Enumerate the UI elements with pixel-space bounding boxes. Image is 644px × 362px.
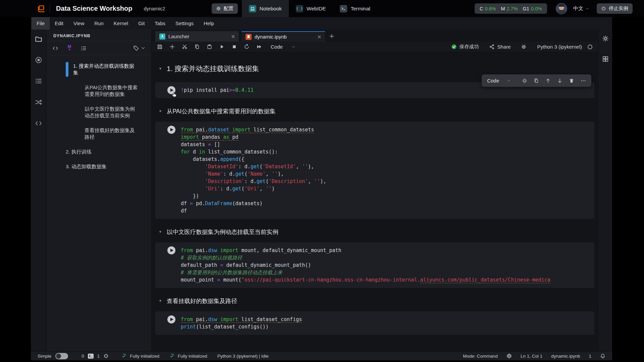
memory-usage: 2.7% — [507, 6, 518, 11]
check-init-icon — [169, 353, 175, 359]
outline-item[interactable]: 2. 执行训练 — [46, 148, 151, 155]
runall-icon[interactable] — [256, 44, 262, 50]
section-heading[interactable]: ▼查看挂载好的数据集及路径 — [155, 297, 594, 305]
settings-gear-icon[interactable] — [602, 35, 609, 42]
cell-code[interactable]: from pai.dataset import list_common_data… — [181, 126, 589, 215]
kernel-status-icon — [587, 44, 593, 50]
restart-icon[interactable] — [244, 44, 250, 50]
save-icon[interactable] — [157, 44, 163, 50]
power-icon — [601, 6, 606, 11]
cut-icon[interactable] — [182, 44, 187, 50]
cursor-position[interactable]: Ln 1, Col 1 — [521, 354, 542, 359]
chevron-down-icon[interactable] — [141, 46, 145, 50]
section-heading[interactable]: ▼以中文医疗数据集为例动态挂载至当前实例 — [155, 228, 594, 236]
trash-icon[interactable] — [569, 78, 574, 83]
share-button[interactable]: Share — [489, 44, 511, 50]
statusbar-filename: dynamic.ipynb — [551, 354, 580, 359]
menu-settings[interactable]: Settings — [170, 17, 199, 29]
dots-icon[interactable] — [581, 78, 586, 83]
running-icon[interactable] — [35, 56, 42, 64]
statusbar-right: Mode: Command Ln 1, Col 1 dynamic.ipynb … — [463, 353, 605, 359]
nav-tab-webide[interactable]: { } WebIDE — [289, 0, 333, 17]
arrowdown-icon[interactable] — [557, 78, 562, 83]
cell-type-label[interactable]: Code — [487, 78, 499, 83]
nav-tab-terminal[interactable]: Terminal — [333, 0, 377, 17]
simple-mode-toggle[interactable] — [55, 353, 68, 359]
globe-icon[interactable] — [506, 353, 512, 359]
run-cell-button[interactable] — [167, 246, 175, 254]
init-status-2: Fully initialized — [169, 353, 207, 359]
chevron-down-icon[interactable] — [507, 79, 511, 83]
collapse-icon[interactable] — [522, 78, 527, 83]
outline-item[interactable]: 3. 动态卸载数据集 — [46, 163, 151, 170]
collapse-triangle-icon[interactable]: ▼ — [159, 64, 163, 74]
code-cell[interactable]: from pai.dsw import list_dataset_configs… — [155, 311, 594, 335]
terminal-badge-icon[interactable]: $_ — [88, 354, 94, 359]
outline-item[interactable]: 1. 搜索并动态挂载训练数据集 — [46, 63, 151, 76]
folder-icon[interactable] — [35, 35, 42, 43]
tag-icon[interactable] — [133, 45, 139, 51]
play-icon[interactable] — [219, 44, 225, 50]
check-init-icon — [121, 353, 127, 359]
stopsq-icon[interactable] — [231, 44, 237, 50]
widgets-grid-icon[interactable] — [602, 56, 609, 62]
code-icon[interactable] — [35, 120, 42, 127]
code-view-icon[interactable] — [52, 45, 58, 51]
bell-icon[interactable] — [600, 353, 605, 359]
menu-kernel[interactable]: Kernel — [109, 17, 133, 29]
nav-tab-notebook[interactable]: Notebook — [242, 0, 289, 17]
close-icon[interactable] — [231, 34, 235, 39]
menu-help[interactable]: Help — [199, 17, 219, 29]
menu-edit[interactable]: Edit — [50, 17, 68, 29]
section-heading[interactable]: ▼1. 搜索并动态挂载训练数据集 — [155, 64, 594, 74]
tab-launcher[interactable]: Launcher — [155, 31, 239, 42]
chip-icon[interactable] — [103, 353, 109, 359]
app-title: Data Science Workshop — [56, 5, 132, 12]
language-selector[interactable]: 中文 — [573, 5, 589, 12]
save-status: 保存成功 — [451, 44, 479, 50]
arrowup-icon[interactable] — [545, 78, 551, 83]
kernels-count: 1 — [97, 354, 100, 359]
hand-cursor-icon — [171, 91, 177, 98]
collapse-triangle-icon[interactable]: ▼ — [159, 107, 163, 116]
kernel-name[interactable]: Python 3 (ipykernel) — [537, 44, 582, 50]
shuffle-icon[interactable] — [35, 99, 42, 106]
menu-git[interactable]: Git — [133, 17, 150, 29]
cell-code[interactable]: !pip install pai>=0.4.11 — [181, 86, 589, 94]
outline-item[interactable]: 查看挂载好的数据集及路径 — [46, 127, 151, 140]
new-tab-button[interactable] — [329, 34, 334, 39]
code-cell[interactable]: from pai.dsw import mount, default_dynam… — [155, 242, 594, 288]
markdown-icon[interactable]: M▼ — [66, 45, 72, 51]
copy-icon[interactable] — [534, 78, 539, 83]
toc-icon[interactable] — [35, 77, 42, 85]
close-icon[interactable] — [317, 35, 322, 39]
menu-view[interactable]: View — [68, 17, 89, 29]
numbered-list-icon[interactable]: 123 — [80, 45, 87, 51]
cell-code[interactable]: from pai.dsw import mount, default_dynam… — [181, 247, 589, 284]
debugger-bug-icon[interactable] — [521, 44, 527, 50]
collapse-triangle-icon[interactable]: ▼ — [159, 228, 163, 236]
menu-tabs[interactable]: Tabs — [150, 17, 170, 29]
config-button[interactable]: 配置 — [212, 3, 238, 14]
menu-file[interactable]: File — [32, 17, 50, 29]
collapse-triangle-icon[interactable]: ▼ — [159, 297, 163, 305]
mode-indicator: Mode: Command — [463, 354, 498, 359]
tab-dynamic-ipynb[interactable]: dynamic.ipynb — [241, 31, 325, 42]
code-cell[interactable]: from pai.dataset import list_common_data… — [155, 122, 594, 219]
plus-icon[interactable] — [169, 44, 175, 50]
cell-code[interactable]: from pai.dsw import list_dataset_configs… — [181, 316, 589, 330]
run-cell-button[interactable] — [167, 126, 175, 134]
copy-icon[interactable] — [194, 44, 200, 50]
menu-run[interactable]: Run — [89, 17, 109, 29]
top-nav-tabs: Notebook { } WebIDE Terminal — [242, 0, 377, 17]
avatar[interactable] — [556, 3, 567, 14]
notebook-icon — [249, 5, 256, 12]
stop-instance-button[interactable]: 停止实例 — [597, 3, 633, 14]
paste-icon[interactable] — [207, 44, 212, 50]
kernel-status-text[interactable]: Python 3 (ipykernel) | Idle — [217, 354, 269, 359]
outline-item[interactable]: 从PAI公共数据集中搜索需要用到的数据集 — [46, 84, 151, 98]
run-cell-button[interactable] — [167, 315, 175, 323]
section-heading[interactable]: ▼从PAI公共数据集中搜索需要用到的数据集 — [155, 107, 594, 116]
outline-item[interactable]: 以中文医疗数据集为例动态挂载至当前实例 — [46, 106, 151, 119]
cell-type-select[interactable]: Code — [271, 44, 296, 50]
